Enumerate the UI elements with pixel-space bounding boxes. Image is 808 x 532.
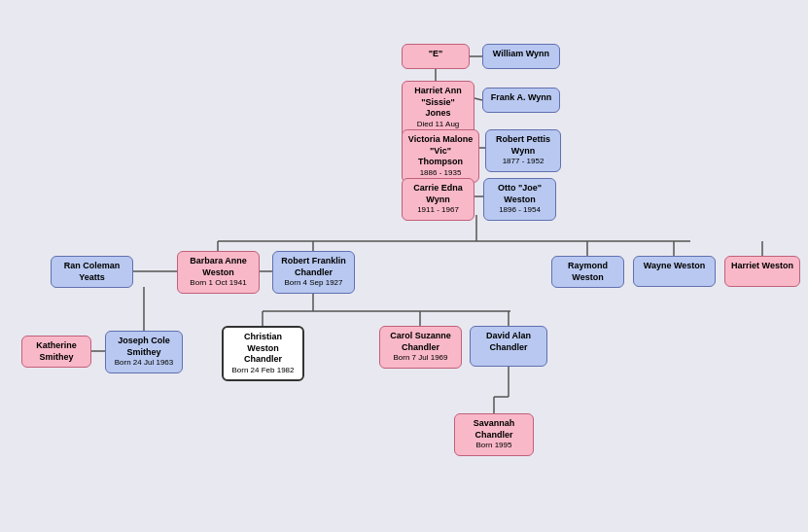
node-katherine: KatherineSmithey (21, 336, 91, 368)
node-otto: Otto "Joe"Weston1896 - 1954 (483, 178, 556, 221)
node-david: David AlanChandler (470, 326, 547, 367)
node-detail-carrie: 1911 - 1967 (407, 205, 469, 215)
node-e: "E" (402, 44, 470, 69)
node-carol: Carol SuzanneChandlerBorn 7 Jul 1969 (379, 326, 462, 369)
node-wayne: Wayne Weston (633, 256, 716, 287)
node-name-otto: Otto "Joe"Weston (489, 183, 550, 205)
node-name-joseph: Joseph ColeSmithey (111, 336, 177, 358)
node-name-katherine: KatherineSmithey (27, 340, 86, 363)
node-name-e: "E" (407, 49, 464, 60)
node-detail-robert_pettis: 1877 - 1952 (491, 157, 555, 166)
node-ran_yeats: Ran ColemanYeatts (51, 256, 133, 288)
node-detail-savannah: Born 1995 (460, 441, 528, 450)
node-detail-joseph: Born 24 Jul 1963 (111, 358, 177, 368)
svg-line-1 (474, 98, 482, 100)
node-name-savannah: SavannahChandler (460, 418, 528, 441)
node-christian: ChristianWestonChandlerBorn 24 Feb 1982 (222, 326, 304, 381)
node-detail-victoria: 1886 - 1935 (407, 168, 474, 178)
node-detail-robert_chandler: Born 4 Sep 1927 (278, 278, 349, 288)
node-name-harriet_ann: Harriet Ann"Sissie" Jones (407, 86, 469, 120)
node-frank_wynn: Frank A. Wynn (482, 88, 560, 113)
node-name-frank_wynn: Frank A. Wynn (488, 92, 554, 104)
node-barbara: Barbara AnneWestonBorn 1 Oct 1941 (177, 251, 260, 294)
node-detail-barbara: Born 1 Oct 1941 (183, 278, 254, 288)
node-name-robert_pettis: Robert PettisWynn (491, 134, 555, 157)
node-name-victoria: Victoria Malone"Vic" Thompson (407, 134, 474, 168)
node-name-raymond: RaymondWeston (557, 261, 618, 283)
node-robert_pettis: Robert PettisWynn1877 - 1952 (485, 129, 561, 172)
node-detail-otto: 1896 - 1954 (489, 205, 550, 215)
node-name-william_wynn: William Wynn (488, 49, 554, 60)
node-detail-christian: Born 24 Feb 1982 (228, 366, 298, 375)
node-name-harriet_weston: Harriet Weston (730, 261, 794, 272)
node-name-carol: Carol SuzanneChandler (385, 331, 456, 353)
node-savannah: SavannahChandlerBorn 1995 (454, 413, 534, 456)
node-name-wayne: Wayne Weston (639, 261, 710, 272)
node-joseph: Joseph ColeSmitheyBorn 24 Jul 1963 (105, 331, 183, 373)
node-harriet_weston: Harriet Weston (724, 256, 800, 287)
node-name-barbara: Barbara AnneWeston (183, 256, 254, 278)
node-raymond: RaymondWeston (551, 256, 624, 288)
node-robert_chandler: Robert FranklinChandlerBorn 4 Sep 1927 (272, 251, 355, 294)
node-name-carrie: Carrie EdnaWynn (407, 183, 469, 205)
node-name-david: David AlanChandler (475, 331, 542, 353)
node-name-robert_chandler: Robert FranklinChandler (278, 256, 349, 278)
node-william_wynn: William Wynn (482, 44, 560, 69)
node-detail-carol: Born 7 Jul 1969 (385, 353, 456, 363)
node-carrie: Carrie EdnaWynn1911 - 1967 (402, 178, 474, 221)
family-tree: "E"William WynnHarriet Ann"Sissie" Jones… (0, 0, 808, 532)
node-victoria: Victoria Malone"Vic" Thompson1886 - 1935 (402, 129, 479, 183)
node-name-christian: ChristianWestonChandler (228, 332, 298, 366)
node-name-ran_yeats: Ran ColemanYeatts (56, 261, 127, 283)
